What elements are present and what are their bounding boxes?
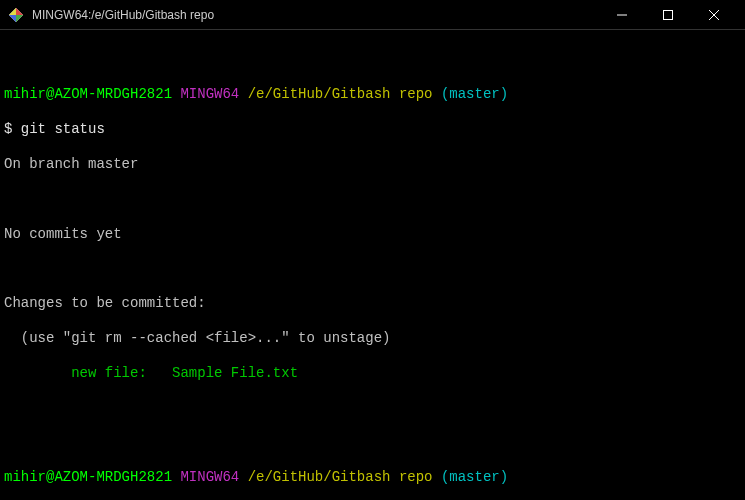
command-line: $ git status xyxy=(4,121,741,139)
prompt-user: mihir@AZOM-MRDGH2821 xyxy=(4,469,172,485)
output-line: No commits yet xyxy=(4,226,741,244)
prompt-env: MINGW64 xyxy=(180,86,239,102)
titlebar[interactable]: MINGW64:/e/GitHub/Gitbash repo xyxy=(0,0,745,30)
prompt-branch: (master) xyxy=(441,469,508,485)
output-line: Changes to be committed: xyxy=(4,295,741,313)
output-line: new file: Sample File.txt xyxy=(4,365,741,383)
terminal-output[interactable]: mihir@AZOM-MRDGH2821 MINGW64 /e/GitHub/G… xyxy=(0,30,745,500)
svg-marker-4 xyxy=(9,8,16,15)
prompt-env: MINGW64 xyxy=(180,469,239,485)
prompt-path: /e/GitHub/Gitbash repo xyxy=(248,469,433,485)
svg-rect-6 xyxy=(664,10,673,19)
prompt-branch: (master) xyxy=(441,86,508,102)
window-title: MINGW64:/e/GitHub/Gitbash repo xyxy=(32,8,599,22)
window-controls xyxy=(599,0,737,30)
prompt-line: mihir@AZOM-MRDGH2821 MINGW64 /e/GitHub/G… xyxy=(4,469,741,487)
close-button[interactable] xyxy=(691,0,737,30)
minimize-button[interactable] xyxy=(599,0,645,30)
output-line: (use "git rm --cached <file>..." to unst… xyxy=(4,330,741,348)
maximize-button[interactable] xyxy=(645,0,691,30)
app-icon xyxy=(8,7,24,23)
output-line: On branch master xyxy=(4,156,741,174)
prompt-line: mihir@AZOM-MRDGH2821 MINGW64 /e/GitHub/G… xyxy=(4,86,741,104)
prompt-path: /e/GitHub/Gitbash repo xyxy=(248,86,433,102)
prompt-user: mihir@AZOM-MRDGH2821 xyxy=(4,86,172,102)
